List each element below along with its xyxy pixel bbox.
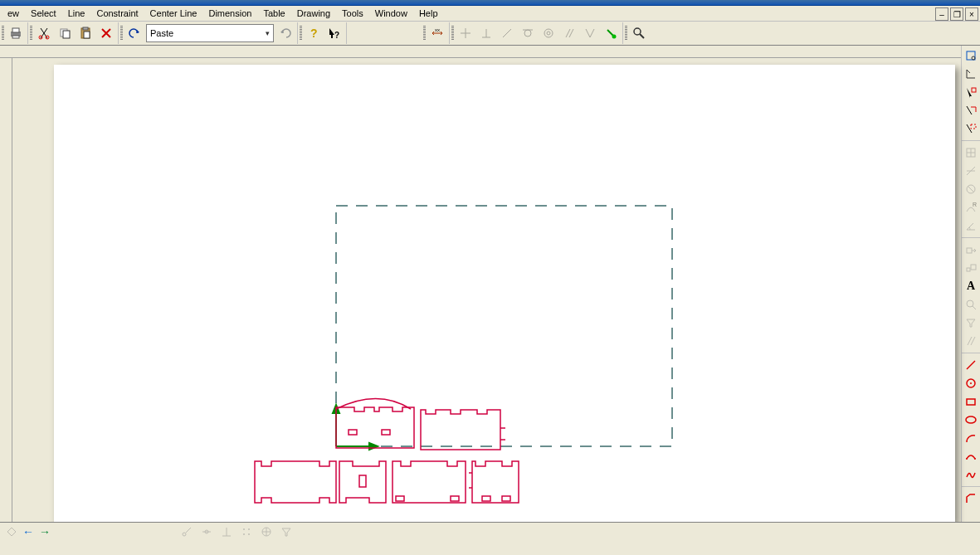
svg-rect-30	[967, 51, 975, 60]
svg-rect-1	[12, 28, 19, 32]
menu-help[interactable]: Help	[413, 7, 444, 19]
svg-rect-25	[359, 475, 366, 487]
rectangle-tool-icon[interactable]	[963, 393, 979, 410]
svg-point-3	[39, 36, 42, 39]
svg-point-51	[243, 533, 245, 535]
copy-icon[interactable]	[56, 24, 74, 42]
menu-table[interactable]: Table	[257, 7, 290, 19]
ruler-vertical	[0, 58, 12, 522]
svg-rect-32	[972, 88, 976, 92]
constraint-fix-icon[interactable]	[602, 24, 620, 42]
svg-point-49	[243, 528, 245, 530]
svg-rect-9	[84, 32, 90, 38]
constraint-horizontal-icon	[477, 24, 495, 42]
menu-tools[interactable]: Tools	[336, 7, 369, 19]
radius-dim-icon: R	[963, 199, 979, 216]
svg-rect-39	[971, 265, 976, 270]
menu-view[interactable]: ew	[2, 7, 25, 19]
right-toolbar: R A	[961, 46, 980, 522]
menu-window[interactable]: Window	[369, 7, 413, 19]
svg-rect-6	[63, 31, 70, 38]
info-icon	[4, 524, 19, 539]
snap-grid-icon	[237, 523, 256, 541]
svg-point-45	[966, 458, 968, 460]
svg-point-46	[974, 458, 976, 460]
select-items-icon[interactable]	[963, 47, 979, 64]
svg-text:R: R	[973, 202, 977, 207]
svg-rect-24	[382, 430, 390, 435]
nav-next-icon[interactable]: →	[37, 524, 52, 539]
context-help-icon[interactable]: ?	[325, 24, 344, 42]
svg-marker-22	[369, 443, 378, 450]
svg-point-42	[970, 382, 972, 384]
filter-icon	[963, 314, 979, 331]
svg-rect-28	[482, 496, 490, 501]
work-area: R A	[0, 46, 980, 522]
menu-constraint[interactable]: Constraint	[90, 7, 144, 19]
ruler-horizontal	[0, 46, 961, 58]
svg-point-47	[183, 533, 186, 536]
svg-rect-43	[967, 399, 975, 405]
paste-icon[interactable]	[76, 24, 95, 42]
circle-measure-icon	[963, 181, 979, 197]
minimize-button[interactable]: –	[935, 7, 948, 21]
select-chain-icon[interactable]	[963, 102, 979, 119]
title-bar	[0, 0, 980, 6]
svg-point-31	[972, 56, 975, 60]
arc-center-tool-icon[interactable]	[963, 430, 979, 446]
drawing-canvas[interactable]	[54, 65, 955, 523]
cut-icon[interactable]	[35, 24, 53, 42]
restore-button[interactable]: ❐	[950, 7, 963, 21]
move-to-icon	[963, 241, 979, 258]
grid-icon	[963, 144, 979, 161]
arc-3pt-tool-icon[interactable]	[963, 448, 979, 465]
svg-rect-38	[967, 268, 970, 271]
chamfer-tool-icon[interactable]	[963, 490, 979, 507]
svg-point-16	[612, 35, 617, 39]
main-toolbar: Paste ? ? xx	[0, 22, 980, 46]
delete-icon[interactable]	[97, 24, 115, 42]
scale-to-icon	[963, 260, 979, 276]
angle-dim-icon	[963, 217, 979, 234]
menu-select[interactable]: Select	[25, 7, 62, 19]
line-tool-icon[interactable]	[963, 357, 979, 373]
svg-point-15	[547, 32, 550, 35]
dimension-tool-icon[interactable]: xx	[428, 24, 446, 42]
snap-toolbar	[178, 523, 295, 541]
menu-dimension[interactable]: Dimension	[202, 7, 257, 19]
snap-mid-icon	[197, 523, 216, 541]
undo-combo[interactable]: Paste	[146, 24, 274, 42]
spline-tool-icon[interactable]	[963, 466, 979, 483]
zoom-icon[interactable]	[630, 24, 648, 42]
svg-rect-23	[349, 430, 357, 435]
constraint-line-icon	[498, 24, 516, 42]
parallel-icon	[963, 333, 979, 349]
menu-centerline[interactable]: Center Line	[144, 7, 203, 19]
menu-drawing[interactable]: Drawing	[291, 7, 336, 19]
status-bar: ← →	[0, 522, 980, 541]
svg-point-50	[248, 528, 250, 530]
constraint-symmetric-icon	[581, 24, 599, 42]
svg-point-17	[634, 28, 641, 35]
svg-rect-37	[967, 248, 972, 253]
svg-text:xx: xx	[435, 27, 440, 32]
redo-icon	[276, 24, 295, 42]
ellipse-tool-icon[interactable]	[963, 411, 979, 428]
svg-rect-29	[502, 496, 510, 501]
menu-line[interactable]: Line	[62, 7, 91, 19]
help-icon[interactable]: ?	[305, 24, 323, 42]
select-feature-icon[interactable]	[963, 120, 979, 137]
svg-point-14	[544, 29, 553, 37]
svg-rect-8	[83, 27, 88, 30]
constraint-coincident-icon	[456, 24, 475, 42]
text-annotation-icon[interactable]: A	[963, 278, 979, 295]
circle-tool-icon[interactable]	[963, 375, 979, 392]
svg-text:?: ?	[310, 27, 318, 40]
print-icon[interactable]	[7, 24, 25, 42]
close-button[interactable]: ×	[965, 7, 978, 21]
trap-pick-icon[interactable]	[963, 66, 979, 82]
nav-prev-icon[interactable]: ←	[21, 524, 36, 539]
undo-icon[interactable]	[125, 24, 144, 42]
svg-text:?: ?	[334, 31, 339, 40]
select-element-icon[interactable]	[963, 84, 979, 100]
